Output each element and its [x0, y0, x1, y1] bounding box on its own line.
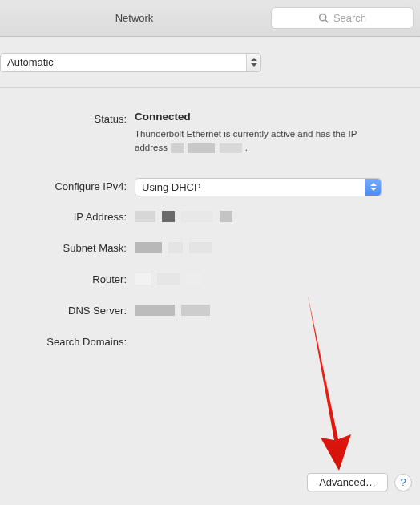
status-row: Status: Connected Thunderbolt Ethernet i… — [0, 111, 420, 156]
configure-ipv4-label: Configure IPv4: — [0, 178, 127, 192]
location-value: Automatic — [7, 56, 54, 68]
location-bar: Automatic — [0, 37, 420, 88]
search-icon — [318, 13, 329, 23]
help-button[interactable]: ? — [394, 474, 412, 491]
configure-ipv4-select[interactable]: Using DHCP — [135, 178, 382, 196]
search-domains-row: Search Domains: — [0, 336, 420, 348]
advanced-button[interactable]: Advanced… — [307, 473, 388, 491]
router-label: Router: — [0, 273, 127, 285]
window-titlebar: Network Search — [0, 0, 420, 37]
window-title: Network — [0, 12, 269, 24]
status-value: Connected — [135, 111, 420, 123]
router-row: Router: — [0, 273, 420, 285]
dns-server-value — [135, 305, 420, 316]
dns-server-row: DNS Server: — [0, 305, 420, 317]
ip-address-value — [135, 211, 420, 222]
stepper-icon — [246, 54, 260, 71]
router-value — [135, 273, 420, 285]
configure-ipv4-row: Configure IPv4: Using DHCP — [0, 178, 420, 196]
ip-address-row: IP Address: — [0, 211, 420, 223]
redacted-text — [220, 143, 242, 153]
subnet-mask-label: Subnet Mask: — [0, 242, 127, 254]
search-input[interactable]: Search — [271, 7, 414, 29]
footer: Advanced… ? — [307, 473, 412, 491]
svg-line-1 — [325, 20, 328, 22]
redacted-text — [171, 143, 184, 153]
content-pane: Status: Connected Thunderbolt Ethernet i… — [0, 88, 420, 505]
subnet-mask-value — [135, 242, 420, 253]
dns-server-label: DNS Server: — [0, 305, 127, 317]
stepper-icon — [365, 179, 381, 196]
search-placeholder: Search — [333, 12, 366, 24]
ip-address-label: IP Address: — [0, 211, 127, 223]
redacted-text — [188, 143, 215, 153]
status-description: Thunderbolt Ethernet is currently active… — [135, 127, 383, 156]
search-domains-label: Search Domains: — [0, 336, 127, 348]
svg-point-0 — [320, 14, 326, 21]
status-label: Status: — [0, 111, 127, 125]
configure-ipv4-value: Using DHCP — [142, 181, 201, 193]
subnet-mask-row: Subnet Mask: — [0, 242, 420, 254]
location-select[interactable]: Automatic — [0, 53, 261, 72]
